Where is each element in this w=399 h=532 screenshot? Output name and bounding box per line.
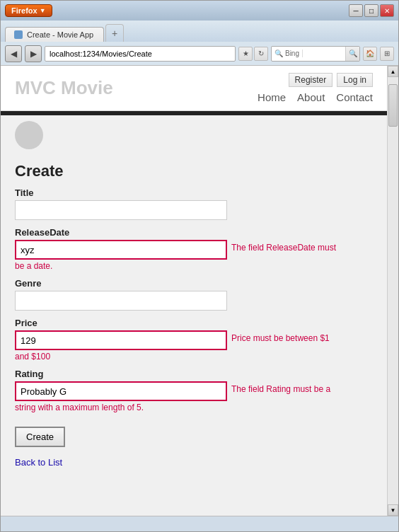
firefox-button[interactable]: Firefox ▼ bbox=[5, 4, 52, 17]
search-input[interactable] bbox=[303, 47, 345, 61]
tab-title: Create - Movie App bbox=[27, 30, 93, 39]
scroll-thumb[interactable] bbox=[388, 84, 398, 127]
price-field-group: Price Price must be between $1 and $100 bbox=[15, 318, 373, 362]
release-date-field-group: ReleaseDate The field ReleaseDate must b… bbox=[15, 227, 373, 271]
rating-input[interactable] bbox=[15, 381, 227, 401]
title-label: Title bbox=[15, 187, 373, 198]
address-input[interactable] bbox=[45, 46, 236, 62]
release-date-error-inline: The field ReleaseDate must bbox=[231, 240, 336, 253]
new-tab-button[interactable]: + bbox=[105, 24, 124, 42]
tab-favicon bbox=[14, 30, 23, 39]
close-button[interactable]: ✕ bbox=[380, 4, 394, 17]
back-to-list-link[interactable]: Back to List bbox=[15, 457, 62, 468]
price-label: Price bbox=[15, 318, 373, 328]
genre-input[interactable] bbox=[15, 291, 227, 311]
header-right: Register Log in Home About Contact bbox=[258, 73, 373, 103]
search-engine-label: 🔍 Bing bbox=[272, 50, 303, 57]
release-date-validation-row: The field ReleaseDate must bbox=[15, 240, 373, 260]
site-title: MVC Movie bbox=[15, 77, 113, 99]
address-icons: ★ ↻ bbox=[238, 47, 268, 61]
title-input[interactable] bbox=[15, 200, 227, 220]
release-date-label: ReleaseDate bbox=[15, 227, 373, 238]
address-bar: ◀ ▶ ★ ↻ 🔍 Bing 🔍 🏠 ⊞ bbox=[1, 42, 398, 66]
header-auth: Register Log in bbox=[289, 73, 373, 87]
refresh-icon[interactable]: ↻ bbox=[254, 47, 268, 61]
nav-home[interactable]: Home bbox=[258, 91, 286, 103]
rating-field-group: Rating The field Rating must be a string… bbox=[15, 369, 373, 412]
register-button[interactable]: Register bbox=[289, 73, 333, 87]
rating-error-inline: The field Rating must be a bbox=[231, 381, 330, 394]
tab-bar: Create - Movie App + bbox=[1, 21, 398, 42]
price-validation-row: Price must be between $1 bbox=[15, 330, 373, 350]
avatar bbox=[15, 121, 43, 149]
login-button[interactable]: Log in bbox=[337, 73, 373, 87]
create-submit-button[interactable]: Create bbox=[15, 427, 65, 447]
site-header: MVC Movie Register Log in Home About Con… bbox=[1, 66, 387, 111]
scroll-down-button[interactable]: ▼ bbox=[388, 504, 398, 516]
rating-label: Rating bbox=[15, 369, 373, 379]
user-area bbox=[1, 115, 387, 155]
price-error-block: and $100 bbox=[15, 352, 373, 362]
page-heading: Create bbox=[15, 162, 373, 180]
title-bar: Firefox ▼ ─ □ ✕ bbox=[1, 1, 398, 21]
scroll-up-button[interactable]: ▲ bbox=[388, 66, 398, 77]
price-error-inline: Price must be between $1 bbox=[231, 330, 330, 343]
minimize-button[interactable]: ─ bbox=[349, 4, 363, 17]
tools-icon[interactable]: ⊞ bbox=[380, 47, 394, 61]
main-content: Create Title ReleaseDate The field Relea… bbox=[1, 155, 387, 482]
forward-button[interactable]: ▶ bbox=[25, 45, 42, 62]
status-bar bbox=[1, 516, 398, 531]
genre-label: Genre bbox=[15, 278, 373, 289]
search-box: 🔍 Bing 🔍 bbox=[271, 46, 360, 62]
nav-links: Home About Contact bbox=[258, 91, 373, 103]
release-date-input[interactable] bbox=[15, 240, 227, 260]
title-field-group: Title bbox=[15, 187, 373, 220]
bookmark-icon[interactable]: ★ bbox=[238, 47, 253, 61]
rating-error-block: string with a maximum length of 5. bbox=[15, 403, 373, 412]
window-controls: ─ □ ✕ bbox=[349, 4, 394, 17]
page-content: MVC Movie Register Log in Home About Con… bbox=[1, 66, 387, 516]
price-input[interactable] bbox=[15, 330, 227, 350]
maximize-button[interactable]: □ bbox=[364, 4, 378, 17]
active-tab[interactable]: Create - Movie App bbox=[5, 27, 104, 42]
nav-contact[interactable]: Contact bbox=[336, 91, 373, 103]
search-submit-icon[interactable]: 🔍 bbox=[345, 46, 359, 62]
home-icon[interactable]: 🏠 bbox=[363, 47, 377, 61]
scroll-track bbox=[388, 77, 398, 504]
genre-field-group: Genre bbox=[15, 278, 373, 311]
release-date-error-block: be a date. bbox=[15, 261, 373, 271]
rating-validation-row: The field Rating must be a bbox=[15, 381, 373, 401]
scrollbar: ▲ ▼ bbox=[387, 66, 398, 516]
back-button[interactable]: ◀ bbox=[5, 45, 22, 62]
nav-about[interactable]: About bbox=[297, 91, 325, 103]
